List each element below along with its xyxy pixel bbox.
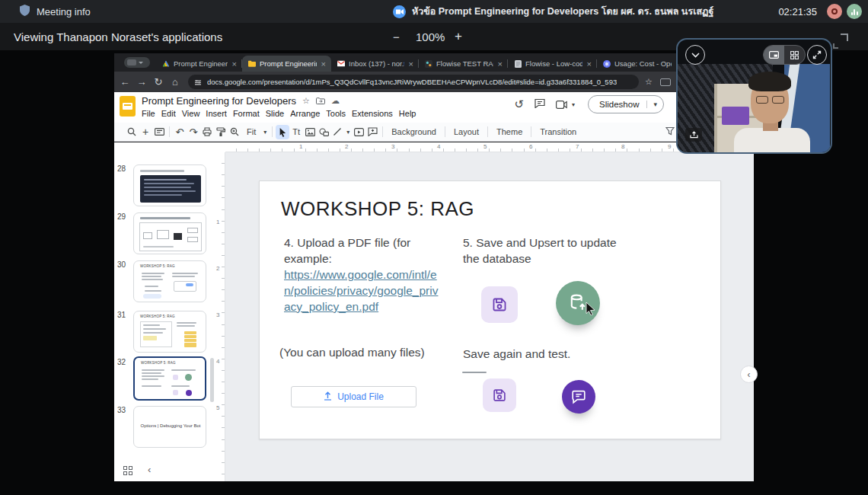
comment-icon[interactable]	[535, 97, 545, 111]
address-bar[interactable]: docs.google.com/presentation/d/1mPs_Q3Qd…	[188, 75, 639, 89]
slides-toolbar: + ↶ ↷ Fit ▾ Tt ▾ Background Layout Theme…	[114, 123, 754, 142]
menu-extensions[interactable]: Extensions	[352, 109, 393, 118]
slide-thumbnail-29[interactable]	[133, 212, 206, 254]
menu-insert[interactable]: Insert	[206, 109, 227, 118]
reload-icon[interactable]: ↻	[150, 76, 167, 88]
zoom-level[interactable]: 100%	[416, 23, 445, 50]
speaker-notes-handle[interactable]	[462, 372, 487, 373]
close-tab-icon[interactable]: ×	[586, 59, 592, 69]
new-slide-icon[interactable]: +	[139, 125, 152, 139]
viewing-label: Viewing Thanapon Noraset's applications	[14, 30, 222, 43]
audio-activity-icon[interactable]	[847, 4, 862, 19]
ruler-corner	[114, 142, 225, 152]
layout-button[interactable]: Layout	[448, 127, 484, 136]
bookmark-star-icon[interactable]: ☆	[645, 77, 653, 87]
vertical-ruler: 1 2 3 4 5	[215, 152, 225, 481]
zoom-out-button[interactable]: −	[393, 23, 400, 50]
menu-view[interactable]: View	[182, 109, 200, 118]
select-tool-icon[interactable]	[276, 125, 289, 139]
slide-thumbnail-32-selected[interactable]: WORKSHOP 5: RAG	[133, 356, 206, 401]
zoom-fit-select[interactable]: Fit	[241, 127, 261, 136]
insert-image-icon[interactable]	[303, 125, 317, 139]
theme-button[interactable]: Theme	[491, 127, 528, 136]
menu-help[interactable]: Help	[399, 109, 416, 118]
doc-title[interactable]: Prompt Engineering for Developers	[142, 95, 296, 107]
browser-toolbar: ← → ↻ ⌂ docs.google.com/presentation/d/1…	[114, 72, 754, 92]
insert-video-icon[interactable]	[352, 125, 365, 139]
browser-tab-slides-active[interactable]: Prompt Engineering f ×	[242, 56, 331, 72]
view-mode-toggle[interactable]	[763, 45, 806, 65]
redo-icon[interactable]: ↷	[187, 125, 200, 139]
text-box-icon[interactable]: Tt	[289, 125, 303, 139]
close-tab-icon[interactable]: ×	[497, 59, 503, 69]
resize-handle-icon[interactable]	[833, 34, 848, 49]
background-button[interactable]: Background	[386, 127, 442, 136]
recording-indicator-icon[interactable]	[827, 4, 842, 19]
close-tab-icon[interactable]: ×	[321, 59, 327, 69]
search-menus-icon[interactable]	[125, 125, 139, 139]
slide-thumbnail-28[interactable]	[133, 164, 206, 206]
zoom-in-button[interactable]: +	[455, 23, 462, 50]
slide-thumbnail-30[interactable]: WORKSHOP 5: RAG	[133, 260, 206, 302]
drive-favicon-icon	[162, 60, 170, 68]
version-history-icon[interactable]: ↺	[514, 97, 524, 111]
slideshow-button[interactable]: Slideshow ▾	[588, 95, 664, 113]
collapse-filmstrip-icon[interactable]: ‹	[148, 464, 151, 475]
chevron-down-icon[interactable]	[685, 45, 705, 65]
meet-camera-icon[interactable]: ▾	[556, 101, 577, 109]
insert-shape-icon[interactable]	[317, 125, 330, 139]
undo-icon[interactable]: ↶	[173, 125, 187, 139]
slide-layout-icon[interactable]	[152, 125, 166, 139]
menu-arrange[interactable]: Arrange	[290, 109, 320, 118]
meeting-info-button[interactable]: Meeting info	[20, 5, 91, 18]
home-icon[interactable]: ⌂	[167, 76, 183, 88]
menu-slide[interactable]: Slide	[266, 109, 284, 118]
slides-app-icon[interactable]	[120, 96, 136, 117]
add-comment-icon[interactable]	[365, 125, 379, 139]
upload-file-button[interactable]: Upload File	[291, 386, 416, 407]
pdf-link[interactable]: acy_policy_en.pdf	[284, 300, 378, 314]
caret-down-icon[interactable]: ▾	[261, 129, 269, 136]
close-tab-icon[interactable]: ×	[408, 59, 414, 69]
insert-line-icon[interactable]	[330, 125, 344, 139]
slide-thumbnail-31[interactable]: WORKSHOP 5: RAG	[133, 311, 206, 353]
zoom-tool-icon[interactable]	[228, 125, 241, 139]
close-tab-icon[interactable]: ×	[231, 59, 238, 69]
extensions-icon[interactable]	[660, 78, 671, 86]
grid-view-icon[interactable]	[123, 466, 133, 476]
current-slide[interactable]: WORKSHOP 5: RAG 4. Upload a PDF file (fo…	[259, 180, 721, 439]
collapse-panel-button[interactable]: ‹	[740, 366, 758, 383]
caret-down-icon[interactable]: ▾	[344, 129, 352, 136]
menu-tools[interactable]: Tools	[326, 109, 346, 118]
back-icon[interactable]: ←	[116, 76, 133, 88]
cloud-status-icon[interactable]: ☁	[331, 96, 340, 106]
menu-format[interactable]: Format	[233, 109, 260, 118]
forward-icon[interactable]: →	[133, 76, 150, 88]
fullscreen-icon[interactable]	[807, 45, 827, 65]
browser-tab-drive[interactable]: Prompt Engineering ×	[156, 56, 242, 72]
filter-icon[interactable]	[665, 126, 675, 137]
pdf-link[interactable]: https://www.google.com/intl/e	[284, 268, 437, 282]
slideshow-options-caret[interactable]: ▾	[646, 101, 663, 108]
menu-edit[interactable]: Edit	[161, 109, 176, 118]
pdf-link[interactable]: n/policies/privacy/google_priv	[284, 284, 438, 298]
self-video-pip[interactable]	[676, 38, 832, 154]
move-folder-icon[interactable]	[316, 97, 325, 106]
print-icon[interactable]	[200, 125, 214, 139]
filmstrip-scrollbar[interactable]	[210, 358, 214, 402]
horizontal-ruler: 1 2 3 4 5 6 7 8 9	[225, 142, 754, 152]
paint-format-icon[interactable]	[214, 125, 228, 139]
slide-thumbnail-33[interactable]: Options | Debugging Your Bot	[133, 406, 206, 448]
browser-tab-inbox[interactable]: Inbox (137) - nor.tha ×	[331, 56, 419, 72]
star-doc-icon[interactable]: ☆	[302, 96, 310, 106]
step4-text: example:	[284, 252, 332, 266]
browser-tab-usage[interactable]: Usage: Cost - Ope	[597, 56, 676, 72]
menu-file[interactable]: File	[142, 109, 155, 118]
browser-tab-flowise-rag[interactable]: Flowise TEST RAG - ×	[419, 56, 508, 72]
grid-view-icon[interactable]	[784, 46, 805, 64]
browser-tab-flowise-lowcode[interactable]: Flowise - Low-code ×	[508, 56, 597, 72]
pip-view-icon[interactable]	[764, 46, 784, 64]
mini-chat-icon	[186, 390, 192, 396]
tab-search-button[interactable]	[124, 57, 150, 68]
transition-button[interactable]: Transition	[535, 127, 582, 136]
